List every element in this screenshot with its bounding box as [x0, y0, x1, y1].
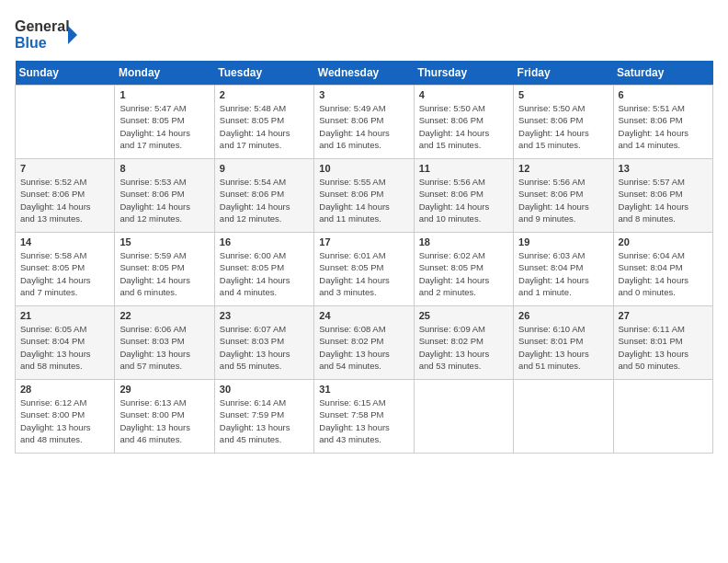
day-cell: 22Sunrise: 6:06 AM Sunset: 8:03 PM Dayli… [115, 306, 214, 380]
day-cell: 3Sunrise: 5:49 AM Sunset: 8:06 PM Daylig… [314, 86, 414, 159]
calendar-table: SundayMondayTuesdayWednesdayThursdayFrid… [15, 61, 713, 454]
day-number: 8 [119, 163, 209, 174]
day-info: Sunrise: 5:59 AM Sunset: 8:05 PM Dayligh… [119, 249, 209, 298]
day-cell [16, 86, 115, 159]
day-info: Sunrise: 6:10 AM Sunset: 8:01 PM Dayligh… [518, 323, 608, 372]
day-info: Sunrise: 6:01 AM Sunset: 8:05 PM Dayligh… [319, 249, 408, 298]
day-number: 26 [518, 310, 608, 321]
day-cell: 27Sunrise: 6:11 AM Sunset: 8:01 PM Dayli… [613, 306, 712, 380]
day-info: Sunrise: 5:51 AM Sunset: 8:06 PM Dayligh… [619, 102, 708, 151]
day-number: 17 [319, 236, 408, 247]
day-info: Sunrise: 6:06 AM Sunset: 8:03 PM Dayligh… [119, 323, 209, 372]
day-cell: 10Sunrise: 5:55 AM Sunset: 8:06 PM Dayli… [314, 159, 414, 233]
week-row-5: 28Sunrise: 6:12 AM Sunset: 8:00 PM Dayli… [16, 380, 713, 454]
day-cell: 14Sunrise: 5:58 AM Sunset: 8:05 PM Dayli… [16, 233, 115, 306]
day-info: Sunrise: 5:56 AM Sunset: 8:06 PM Dayligh… [518, 176, 608, 224]
day-cell: 21Sunrise: 6:05 AM Sunset: 8:04 PM Dayli… [16, 306, 115, 380]
day-cell: 12Sunrise: 5:56 AM Sunset: 8:06 PM Dayli… [514, 159, 613, 233]
day-cell: 6Sunrise: 5:51 AM Sunset: 8:06 PM Daylig… [613, 86, 712, 159]
day-number: 22 [119, 310, 209, 321]
day-number: 4 [419, 89, 508, 100]
day-info: Sunrise: 5:48 AM Sunset: 8:05 PM Dayligh… [220, 102, 309, 151]
day-cell: 18Sunrise: 6:02 AM Sunset: 8:05 PM Dayli… [414, 233, 513, 306]
day-info: Sunrise: 5:52 AM Sunset: 8:06 PM Dayligh… [20, 176, 109, 224]
day-info: Sunrise: 5:54 AM Sunset: 8:06 PM Dayligh… [220, 176, 309, 224]
header-row: SundayMondayTuesdayWednesdayThursdayFrid… [16, 61, 713, 86]
day-cell: 11Sunrise: 5:56 AM Sunset: 8:06 PM Dayli… [414, 159, 513, 233]
day-number: 10 [319, 163, 408, 174]
col-header-thursday: Thursday [414, 61, 513, 86]
day-number: 16 [220, 236, 309, 247]
day-cell: 16Sunrise: 6:00 AM Sunset: 8:05 PM Dayli… [214, 233, 313, 306]
svg-marker-2 [68, 26, 77, 44]
day-cell: 9Sunrise: 5:54 AM Sunset: 8:06 PM Daylig… [214, 159, 313, 233]
day-cell [514, 380, 613, 454]
page-header: GeneralBlue [15, 15, 713, 52]
day-number: 15 [119, 236, 209, 247]
day-info: Sunrise: 6:09 AM Sunset: 8:02 PM Dayligh… [419, 323, 508, 372]
day-number: 13 [619, 163, 708, 174]
day-number: 19 [518, 236, 608, 247]
logo: GeneralBlue [15, 15, 79, 52]
day-info: Sunrise: 6:11 AM Sunset: 8:01 PM Dayligh… [619, 323, 708, 372]
day-number: 27 [619, 310, 708, 321]
day-info: Sunrise: 5:47 AM Sunset: 8:05 PM Dayligh… [119, 102, 209, 151]
day-info: Sunrise: 6:15 AM Sunset: 7:58 PM Dayligh… [319, 396, 408, 445]
col-header-monday: Monday [115, 61, 214, 86]
day-cell: 23Sunrise: 6:07 AM Sunset: 8:03 PM Dayli… [214, 306, 313, 380]
day-cell: 30Sunrise: 6:14 AM Sunset: 7:59 PM Dayli… [214, 380, 313, 454]
day-info: Sunrise: 6:12 AM Sunset: 8:00 PM Dayligh… [20, 396, 109, 445]
col-header-saturday: Saturday [613, 61, 712, 86]
day-info: Sunrise: 6:14 AM Sunset: 7:59 PM Dayligh… [220, 396, 309, 445]
col-header-tuesday: Tuesday [214, 61, 313, 86]
day-cell: 29Sunrise: 6:13 AM Sunset: 8:00 PM Dayli… [115, 380, 214, 454]
day-number: 21 [20, 310, 109, 321]
day-cell: 20Sunrise: 6:04 AM Sunset: 8:04 PM Dayli… [613, 233, 712, 306]
day-info: Sunrise: 5:55 AM Sunset: 8:06 PM Dayligh… [319, 176, 408, 224]
day-cell: 4Sunrise: 5:50 AM Sunset: 8:06 PM Daylig… [414, 86, 513, 159]
day-number: 25 [419, 310, 508, 321]
day-info: Sunrise: 6:00 AM Sunset: 8:05 PM Dayligh… [220, 249, 309, 298]
day-number: 24 [319, 310, 408, 321]
week-row-3: 14Sunrise: 5:58 AM Sunset: 8:05 PM Dayli… [16, 233, 713, 306]
day-cell: 17Sunrise: 6:01 AM Sunset: 8:05 PM Dayli… [314, 233, 414, 306]
day-number: 7 [20, 163, 109, 174]
day-cell [613, 380, 712, 454]
day-info: Sunrise: 6:13 AM Sunset: 8:00 PM Dayligh… [119, 396, 209, 445]
day-number: 9 [220, 163, 309, 174]
day-cell: 24Sunrise: 6:08 AM Sunset: 8:02 PM Dayli… [314, 306, 414, 380]
week-row-4: 21Sunrise: 6:05 AM Sunset: 8:04 PM Dayli… [16, 306, 713, 380]
day-number: 12 [518, 163, 608, 174]
day-info: Sunrise: 5:56 AM Sunset: 8:06 PM Dayligh… [419, 176, 508, 224]
day-cell: 19Sunrise: 6:03 AM Sunset: 8:04 PM Dayli… [514, 233, 613, 306]
day-info: Sunrise: 6:02 AM Sunset: 8:05 PM Dayligh… [419, 249, 508, 298]
day-number: 18 [419, 236, 508, 247]
day-number: 14 [20, 236, 109, 247]
col-header-sunday: Sunday [16, 61, 115, 86]
week-row-2: 7Sunrise: 5:52 AM Sunset: 8:06 PM Daylig… [16, 159, 713, 233]
day-cell: 25Sunrise: 6:09 AM Sunset: 8:02 PM Dayli… [414, 306, 513, 380]
day-cell: 28Sunrise: 6:12 AM Sunset: 8:00 PM Dayli… [16, 380, 115, 454]
col-header-friday: Friday [514, 61, 613, 86]
day-number: 11 [419, 163, 508, 174]
day-number: 23 [220, 310, 309, 321]
day-cell: 5Sunrise: 5:50 AM Sunset: 8:06 PM Daylig… [514, 86, 613, 159]
day-number: 29 [119, 384, 209, 395]
day-number: 28 [20, 384, 109, 395]
day-number: 31 [319, 384, 408, 395]
col-header-wednesday: Wednesday [314, 61, 414, 86]
day-info: Sunrise: 6:03 AM Sunset: 8:04 PM Dayligh… [518, 249, 608, 298]
svg-text:General: General [15, 18, 70, 34]
day-info: Sunrise: 6:04 AM Sunset: 8:04 PM Dayligh… [619, 249, 708, 298]
day-cell: 13Sunrise: 5:57 AM Sunset: 8:06 PM Dayli… [613, 159, 712, 233]
day-info: Sunrise: 5:49 AM Sunset: 8:06 PM Dayligh… [319, 102, 408, 151]
day-cell: 8Sunrise: 5:53 AM Sunset: 8:06 PM Daylig… [115, 159, 214, 233]
day-cell: 1Sunrise: 5:47 AM Sunset: 8:05 PM Daylig… [115, 86, 214, 159]
day-info: Sunrise: 5:50 AM Sunset: 8:06 PM Dayligh… [419, 102, 508, 151]
day-cell [414, 380, 513, 454]
day-number: 3 [319, 89, 408, 100]
day-cell: 2Sunrise: 5:48 AM Sunset: 8:05 PM Daylig… [214, 86, 313, 159]
day-cell: 26Sunrise: 6:10 AM Sunset: 8:01 PM Dayli… [514, 306, 613, 380]
day-info: Sunrise: 5:50 AM Sunset: 8:06 PM Dayligh… [518, 102, 608, 151]
day-info: Sunrise: 6:08 AM Sunset: 8:02 PM Dayligh… [319, 323, 408, 372]
